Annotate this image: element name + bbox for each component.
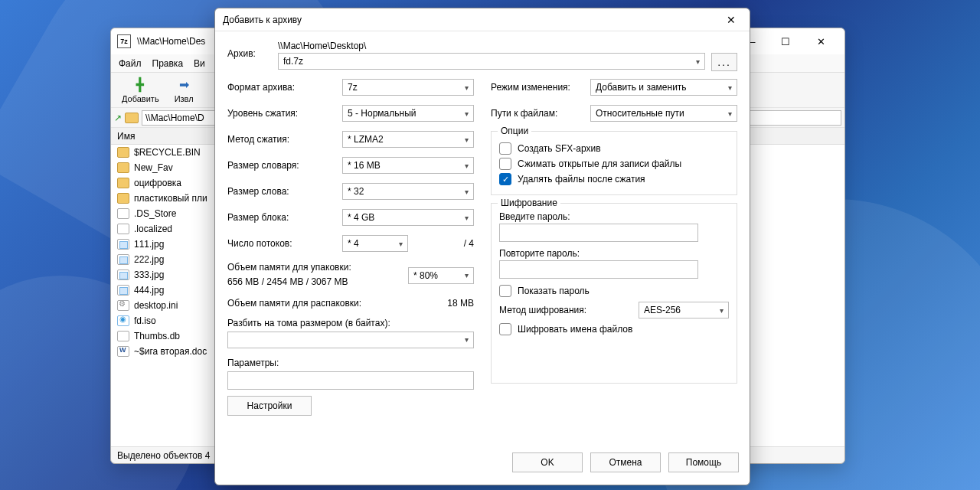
level-label: Уровень сжатия: (227, 108, 335, 119)
dialog-close-button[interactable]: ✕ (720, 12, 742, 28)
file-name: 222.jpg (134, 254, 164, 265)
threads-label: Число потоков: (227, 238, 335, 249)
word-label: Размер слова: (227, 186, 335, 197)
add-to-archive-dialog: Добавить к архиву ✕ Архив: \\Mac\Home\De… (214, 8, 750, 485)
folder-icon (117, 178, 129, 188)
params-label: Параметры: (227, 358, 474, 368)
mem-unpack-value: 18 MB (447, 298, 474, 309)
file-icon (117, 346, 129, 357)
file-name: $RECYCLE.BIN (134, 147, 201, 158)
dict-label: Размер словаря: (227, 160, 335, 171)
mem-pct-select[interactable]: * 80%▾ (408, 267, 474, 284)
folder-icon (117, 162, 129, 173)
cancel-button[interactable]: Отмена (590, 452, 661, 472)
password2-label: Повторите пароль: (499, 248, 729, 259)
folder-icon (117, 147, 129, 158)
password2-input[interactable] (499, 260, 698, 279)
checkbox-icon (499, 323, 511, 335)
path-value: \\Mac\Home\D (145, 113, 204, 123)
chevron-down-icon: ▾ (728, 109, 732, 118)
chevron-down-icon: ▾ (465, 136, 469, 144)
chevron-down-icon: ▾ (465, 214, 469, 222)
delete-after-label: Удалять файлы после сжатия (518, 174, 645, 185)
file-name: 111.jpg (134, 239, 164, 250)
enc-method-select[interactable]: AES-256▾ (639, 302, 729, 318)
word-select[interactable]: * 32▾ (342, 183, 474, 200)
password-label: Введите пароль: (499, 211, 729, 222)
method-label: Метод сжатия: (227, 134, 335, 145)
compress-open-checkbox-row[interactable]: Сжимать открытые для записи файлы (499, 158, 729, 170)
block-label: Размер блока: (227, 212, 335, 223)
threads-select[interactable]: * 4▾ (342, 235, 408, 252)
checkbox-icon (499, 285, 511, 297)
chevron-down-icon: ▾ (465, 335, 469, 344)
show-password-checkbox-row[interactable]: Показать пароль (499, 285, 729, 297)
settings-button[interactable]: Настройки (227, 396, 312, 416)
paths-select[interactable]: Относительные пути▾ (590, 105, 737, 122)
file-name: пластиковый пли (134, 193, 207, 204)
add-label: Добавить (122, 94, 159, 103)
file-name: оцифровка (134, 178, 181, 188)
checkbox-checked-icon: ✓ (499, 173, 511, 185)
archive-name-input[interactable]: fd.7z ▾ (278, 53, 705, 70)
checkbox-icon (499, 142, 511, 155)
chevron-down-icon: ▾ (696, 57, 700, 66)
method-select[interactable]: * LZMA2▾ (342, 131, 474, 148)
chevron-down-icon: ▾ (720, 306, 724, 315)
add-button[interactable]: ╋ Добавить (117, 77, 164, 103)
file-icon (117, 208, 129, 219)
level-select[interactable]: 5 - Нормальный▾ (342, 105, 474, 122)
extract-label: Извл (175, 94, 194, 103)
mode-label: Режим изменения: (491, 82, 583, 93)
mode-select[interactable]: Добавить и заменить▾ (590, 79, 737, 96)
menu-file[interactable]: Файл (119, 58, 142, 69)
extract-button[interactable]: ➡ Извл (170, 77, 198, 103)
file-name: .localized (134, 224, 172, 234)
mem-pack-label: Объем памяти для упаковки: (227, 261, 351, 274)
sfx-checkbox-row[interactable]: Создать SFX-архив (499, 142, 729, 155)
params-input[interactable] (227, 371, 474, 390)
options-group: Опции Создать SFX-архив Сжимать открытые… (491, 131, 737, 195)
dict-select[interactable]: * 16 MB▾ (342, 157, 474, 174)
close-button[interactable]: ✕ (803, 30, 838, 53)
app-icon: 7z (117, 34, 131, 48)
file-icon (117, 331, 129, 341)
show-password-label: Показать пароль (518, 286, 590, 296)
encrypt-names-label: Шифровать имена файлов (518, 324, 632, 335)
format-select[interactable]: 7z▾ (342, 79, 474, 96)
maximize-button[interactable]: ☐ (768, 30, 803, 53)
archive-label: Архив: (227, 41, 269, 59)
file-icon (117, 300, 129, 311)
compress-open-label: Сжимать открытые для записи файлы (518, 158, 681, 169)
menu-view[interactable]: Ви (194, 58, 205, 69)
file-name: Thumbs.db (134, 331, 180, 341)
password-input[interactable] (499, 224, 698, 242)
dialog-button-bar: OK Отмена Помощь (215, 448, 750, 485)
browse-button[interactable]: ... (711, 53, 737, 71)
col-name: Имя (117, 131, 135, 142)
split-select[interactable]: ▾ (227, 332, 474, 348)
encrypt-names-checkbox-row[interactable]: Шифровать имена файлов (499, 323, 729, 335)
mem-unpack-label: Объем памяти для распаковки: (227, 298, 361, 309)
checkbox-icon (499, 158, 511, 170)
help-button[interactable]: Помощь (668, 452, 739, 472)
file-icon (117, 239, 129, 250)
file-name: .DS_Store (134, 208, 176, 219)
chevron-down-icon: ▾ (465, 109, 469, 118)
menu-edit[interactable]: Правка (152, 58, 184, 69)
chevron-down-icon: ▾ (465, 188, 469, 196)
chevron-down-icon: ▾ (465, 83, 469, 92)
enc-method-label: Метод шифрования: (499, 305, 631, 315)
split-label: Разбить на тома размером (в байтах): (227, 318, 474, 328)
ok-button[interactable]: OK (512, 452, 583, 472)
chevron-down-icon: ▾ (399, 240, 403, 248)
block-select[interactable]: * 4 GB▾ (342, 209, 474, 226)
delete-after-checkbox-row[interactable]: ✓ Удалять файлы после сжатия (499, 173, 729, 185)
plus-icon: ╋ (132, 77, 148, 93)
up-icon[interactable]: ↗ (114, 113, 122, 123)
paths-label: Пути к файлам: (491, 108, 583, 119)
file-icon (117, 254, 129, 265)
window-title: \\Mac\Home\Des (137, 36, 205, 47)
chevron-down-icon: ▾ (728, 83, 732, 92)
dialog-title-bar: Добавить к архиву ✕ (215, 8, 750, 31)
